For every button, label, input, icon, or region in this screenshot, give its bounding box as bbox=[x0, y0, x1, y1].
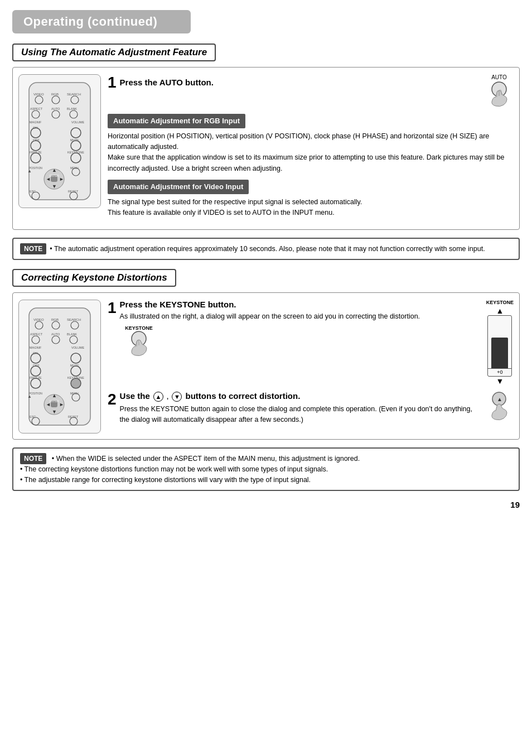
section1-wrapper: Using The Automatic Adjustment Feature V… bbox=[12, 44, 520, 230]
keystone-step1-number: 1 bbox=[108, 300, 117, 317]
section1-steps: 1 Press the AUTO button. AUTO bbox=[108, 74, 514, 224]
page-title: Operating (continued) bbox=[23, 15, 180, 29]
section2-heading: Correcting Keystone Distortions bbox=[21, 272, 167, 283]
section1-content: VIDEO RGB SEARCH ASPECT AUTO BLANK MAGNI… bbox=[18, 74, 514, 224]
section2-steps: 1 Press the KEYSTONE button. As illustra… bbox=[108, 300, 514, 432]
svg-text:VIDEO: VIDEO bbox=[33, 318, 44, 321]
svg-text:▲: ▲ bbox=[52, 167, 57, 173]
svg-text:►: ► bbox=[59, 176, 64, 182]
step2-title-suffix: buttons to correct distortion. bbox=[186, 391, 301, 401]
keystone-step2-number: 2 bbox=[108, 391, 117, 408]
keystone-step1-title: Press the KEYSTONE button. bbox=[120, 300, 420, 309]
remote-svg-2: VIDEO RGB SEARCH ASPECT AUTO BLANK MAGNI… bbox=[23, 305, 96, 428]
note-label-1: NOTE bbox=[20, 243, 46, 254]
svg-text:SEARCH: SEARCH bbox=[67, 93, 81, 96]
section1-heading: Using The Automatic Adjustment Feature bbox=[21, 47, 207, 58]
remote-control-image-1: VIDEO RGB SEARCH ASPECT AUTO BLANK MAGNI… bbox=[18, 74, 101, 208]
svg-text:VOLUME: VOLUME bbox=[71, 121, 85, 124]
auto-icon-area: AUTO bbox=[485, 74, 514, 108]
svg-text:ESC: ESC bbox=[30, 190, 36, 193]
keystone-hand-label: KEYSTONE bbox=[125, 325, 152, 331]
keystone-bar-zero: +0 bbox=[488, 368, 511, 375]
svg-text:FREEZE: FREEZE bbox=[30, 151, 42, 154]
svg-text:AUTO: AUTO bbox=[51, 107, 60, 110]
auto-button-icon bbox=[485, 81, 514, 108]
page-number: 19 bbox=[12, 500, 520, 509]
rgb-subsection: Automatic Adjustment for RGB Input Horiz… bbox=[108, 114, 514, 174]
svg-text:KEYSTONE: KEYSTONE bbox=[67, 151, 84, 154]
section2-wrapper: Correcting Keystone Distortions VIDEO RG… bbox=[12, 269, 520, 440]
note-text-1: • The automatic adjustment operation req… bbox=[50, 245, 485, 253]
keystone-arrow-up: ▲ bbox=[496, 306, 504, 315]
svg-point-67 bbox=[71, 378, 81, 388]
section2-step1: 1 Press the KEYSTONE button. As illustra… bbox=[108, 300, 514, 386]
page-title-bar: Operating (continued) bbox=[12, 10, 191, 33]
keystone-step1-body: As illustrated on the right, a dialog wi… bbox=[120, 311, 420, 322]
svg-text:RGB: RGB bbox=[51, 318, 59, 321]
section2-content: VIDEO RGB SEARCH ASPECT AUTO BLANK MAGNI… bbox=[18, 300, 514, 434]
svg-text:ENTER: ENTER bbox=[50, 399, 59, 403]
keystone-bar-label: KEYSTONE bbox=[486, 300, 514, 305]
section2-content-wrapper: VIDEO RGB SEARCH ASPECT AUTO BLANK MAGNI… bbox=[12, 292, 520, 440]
auto-label: AUTO bbox=[491, 74, 507, 80]
keystone-bar-visual: +0 bbox=[487, 315, 512, 377]
step2-hand-icon: ▲ bbox=[485, 391, 514, 426]
svg-text:▼: ▼ bbox=[52, 409, 57, 415]
note-line-3: • The adjustable range for correcting ke… bbox=[20, 476, 311, 484]
section1-content-wrapper: VIDEO RGB SEARCH ASPECT AUTO BLANK MAGNI… bbox=[12, 67, 520, 230]
section2-step2: 2 Use the ▲ , ▼ buttons to correct disto… bbox=[108, 391, 514, 426]
keystone-bar: KEYSTONE ▲ +0 ▼ bbox=[486, 300, 514, 386]
svg-text:►: ► bbox=[59, 402, 64, 407]
page-number-text: 19 bbox=[510, 500, 520, 509]
svg-text:VIDEO: VIDEO bbox=[33, 93, 44, 96]
svg-text:RESET: RESET bbox=[68, 415, 79, 418]
section1-step1: 1 Press the AUTO button. AUTO bbox=[108, 74, 514, 108]
video-title-box: Automatic Adjustment for Video Input bbox=[108, 180, 249, 194]
svg-text:MAGNIF: MAGNIF bbox=[30, 346, 42, 349]
svg-text:SEARCH: SEARCH bbox=[67, 318, 81, 321]
svg-text:MAGNIF: MAGNIF bbox=[30, 121, 42, 124]
remote-control-image-2: VIDEO RGB SEARCH ASPECT AUTO BLANK MAGNI… bbox=[18, 300, 101, 434]
keystone-button-icon bbox=[124, 331, 153, 358]
svg-text:RGB: RGB bbox=[51, 93, 59, 96]
step1-number: 1 bbox=[108, 74, 117, 92]
section2-heading-box: Correcting Keystone Distortions bbox=[12, 269, 176, 287]
video-subsection: Automatic Adjustment for Video Input The… bbox=[108, 180, 514, 218]
keystone-bar-fill bbox=[491, 338, 508, 368]
keystone-arrow-down: ▼ bbox=[496, 377, 504, 386]
svg-text:▲: ▲ bbox=[52, 393, 57, 398]
svg-text:ENTER: ENTER bbox=[50, 174, 59, 177]
svg-text:▼: ▼ bbox=[52, 184, 57, 189]
svg-text:RESET: RESET bbox=[68, 190, 79, 193]
step1-title: Press the AUTO button. bbox=[120, 78, 214, 87]
svg-text:VOLUME: VOLUME bbox=[71, 346, 85, 349]
section1-heading-box: Using The Automatic Adjustment Feature bbox=[12, 44, 216, 61]
svg-text:ESC: ESC bbox=[30, 415, 36, 418]
video-title: Automatic Adjustment for Video Input bbox=[113, 182, 243, 191]
svg-text:FREEZE: FREEZE bbox=[30, 376, 42, 379]
remote-svg-1: VIDEO RGB SEARCH ASPECT AUTO BLANK MAGNI… bbox=[23, 80, 96, 203]
svg-text:ASPECT: ASPECT bbox=[30, 333, 43, 336]
step2-icon-svg: ▲ bbox=[485, 391, 514, 425]
note-line-2: • The correcting keystone distortions fu… bbox=[20, 465, 328, 473]
up-circle-btn: ▲ bbox=[153, 392, 163, 402]
svg-text:▲: ▲ bbox=[27, 168, 32, 174]
svg-text:AUTO: AUTO bbox=[51, 333, 60, 336]
note-line-1: • When the WIDE is selected under the AS… bbox=[52, 455, 360, 463]
svg-text:BLANK: BLANK bbox=[67, 333, 77, 336]
rgb-title: Automatic Adjustment for RGB Input bbox=[113, 117, 240, 125]
rgb-body: Horizontal position (H POSITION), vertic… bbox=[108, 131, 514, 175]
note-label-2: NOTE bbox=[20, 453, 46, 464]
down-circle-btn: ▼ bbox=[172, 392, 182, 402]
keystone-step2-title: Use the ▲ , ▼ buttons to correct distort… bbox=[120, 391, 480, 402]
svg-text:▲: ▲ bbox=[497, 396, 502, 402]
svg-text:BLANK: BLANK bbox=[67, 107, 77, 110]
svg-text:▲: ▲ bbox=[27, 394, 32, 399]
rgb-title-box: Automatic Adjustment for RGB Input bbox=[108, 114, 245, 128]
step2-title-prefix: Use the bbox=[120, 391, 152, 401]
keystone-step2-body: Press the KEYSTONE button again to close… bbox=[120, 404, 480, 425]
note-box-2: NOTE • When the WIDE is selected under t… bbox=[12, 447, 520, 491]
video-body: The signal type best suited for the resp… bbox=[108, 197, 514, 219]
svg-text:ASPECT: ASPECT bbox=[30, 107, 43, 110]
note-box-1: NOTE• The automatic adjustment operation… bbox=[12, 238, 520, 260]
